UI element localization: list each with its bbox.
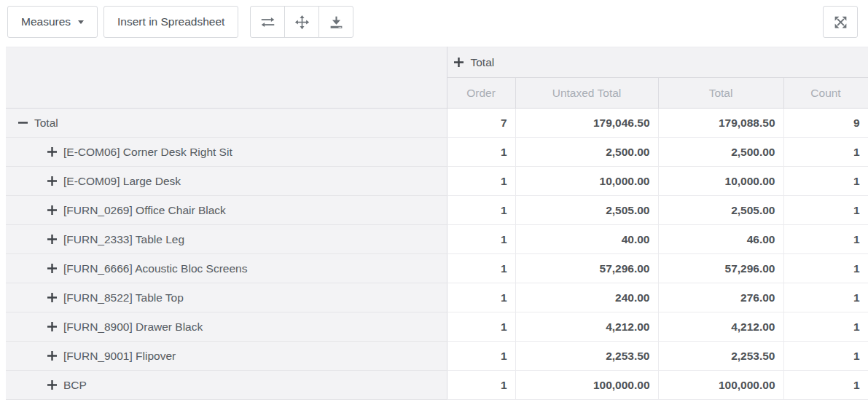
cell-count: 1	[783, 167, 868, 196]
plus-icon	[47, 176, 57, 186]
cell-untaxed-total: 240.00	[515, 283, 658, 312]
row-header-product[interactable]: [FURN_2333] Table Leg	[6, 225, 447, 254]
expand-all-button[interactable]	[284, 6, 319, 38]
column-group-header-total[interactable]: Total	[447, 47, 868, 78]
column-group-label: Total	[471, 56, 495, 68]
cell-untaxed-total: 4,212.00	[515, 312, 658, 342]
row-header-product[interactable]: [FURN_0269] Office Chair Black	[6, 196, 447, 225]
cell-untaxed-total: 40.00	[515, 225, 658, 254]
plus-icon	[454, 58, 464, 67]
row-label: [FURN_6666] Acoustic Bloc Screens	[63, 262, 247, 275]
column-header-untaxed-total[interactable]: Untaxed Total	[515, 78, 658, 109]
pivot-row: [E-COM06] Corner Desk Right Sit 1 2,500.…	[6, 138, 868, 167]
plus-icon	[47, 147, 57, 157]
cell-untaxed-total: 2,253.50	[515, 342, 658, 371]
row-label: BCP	[63, 379, 87, 391]
cell-count: 1	[783, 225, 868, 254]
row-label: [E-COM09] Large Desk	[63, 175, 181, 187]
row-label: [FURN_9001] Flipover	[63, 350, 176, 362]
insert-in-spreadsheet-button[interactable]: Insert in Spreadsheet	[103, 6, 238, 38]
cell-count: 1	[783, 371, 868, 400]
measures-button[interactable]: Measures	[7, 6, 98, 38]
column-header-total[interactable]: Total	[658, 78, 783, 109]
measures-button-label: Measures	[21, 15, 71, 28]
cell-total: 179,088.50	[658, 109, 783, 138]
caret-down-icon	[78, 20, 84, 24]
plus-icon	[47, 205, 57, 215]
cell-total: 100,000.00	[658, 371, 783, 400]
plus-icon	[47, 264, 57, 273]
pivot-row: [FURN_8900] Drawer Black 1 4,212.00 4,21…	[6, 312, 868, 342]
cell-order: 1	[447, 196, 515, 225]
pivot-row: [FURN_6666] Acoustic Bloc Screens 1 57,2…	[6, 254, 868, 283]
plus-icon	[47, 380, 57, 390]
row-header-product[interactable]: [E-COM06] Corner Desk Right Sit	[6, 138, 447, 167]
cell-order: 1	[447, 225, 515, 254]
cell-untaxed-total: 2,505.00	[515, 196, 658, 225]
cell-untaxed-total: 100,000.00	[515, 371, 658, 400]
cell-total: 2,253.50	[658, 342, 783, 371]
plus-icon	[47, 235, 57, 244]
cell-untaxed-total: 57,296.00	[515, 254, 658, 283]
cell-order: 1	[447, 342, 515, 371]
cell-count: 9	[783, 109, 868, 138]
cell-count: 1	[783, 312, 868, 342]
column-group-row: Total	[6, 47, 868, 78]
cell-count: 1	[783, 138, 868, 167]
cell-count: 1	[783, 254, 868, 283]
pivot-row: [FURN_0269] Office Chair Black 1 2,505.0…	[6, 196, 868, 225]
cell-order: 1	[447, 312, 515, 342]
row-header-product[interactable]: [E-COM09] Large Desk	[6, 167, 447, 196]
column-header-order[interactable]: Order	[447, 78, 515, 109]
insert-in-spreadsheet-label: Insert in Spreadsheet	[117, 15, 224, 28]
plus-icon	[47, 293, 57, 302]
exchange-icon	[260, 15, 275, 30]
pivot-table: Total Order Untaxed Total Total Count To…	[6, 47, 868, 400]
expand-arrows-icon	[833, 15, 848, 30]
minus-icon	[18, 118, 28, 127]
row-label: [FURN_0269] Office Chair Black	[63, 204, 226, 216]
plus-icon	[47, 351, 57, 361]
pivot-row: Total 7 179,046.50 179,088.50 9	[6, 109, 868, 138]
cell-untaxed-total: 10,000.00	[515, 167, 658, 196]
pivot-row: [FURN_9001] Flipover 1 2,253.50 2,253.50…	[6, 342, 868, 371]
column-header-count[interactable]: Count	[783, 78, 868, 109]
row-label: [FURN_2333] Table Leg	[63, 233, 184, 245]
cell-order: 1	[447, 254, 515, 283]
download-button[interactable]	[318, 6, 353, 38]
cell-total: 57,296.00	[658, 254, 783, 283]
cell-untaxed-total: 179,046.50	[515, 109, 658, 138]
cell-total: 2,500.00	[658, 138, 783, 167]
pivot-row: [FURN_2333] Table Leg 1 40.00 46.00 1	[6, 225, 868, 254]
row-label: Total	[34, 117, 58, 129]
row-header-product[interactable]: BCP	[6, 371, 447, 400]
cell-order: 1	[447, 167, 515, 196]
cell-order: 7	[447, 109, 515, 138]
flip-axes-button[interactable]	[250, 6, 285, 38]
row-label: [E-COM06] Corner Desk Right Sit	[63, 146, 232, 158]
row-header-product[interactable]: [FURN_8522] Table Top	[6, 283, 447, 312]
cell-count: 1	[783, 342, 868, 371]
cell-order: 1	[447, 138, 515, 167]
pivot-toolbar: Measures Insert in Spreadsheet	[0, 0, 868, 44]
plus-icon	[47, 322, 57, 331]
fullscreen-button[interactable]	[823, 6, 858, 38]
row-header-product[interactable]: [FURN_8900] Drawer Black	[6, 312, 447, 342]
arrows-move-icon	[294, 15, 310, 30]
corner-cell	[6, 47, 447, 109]
pivot-table-container: Total Order Untaxed Total Total Count To…	[6, 47, 868, 400]
cell-total: 10,000.00	[658, 167, 783, 196]
cell-count: 1	[783, 196, 868, 225]
pivot-row: [FURN_8522] Table Top 1 240.00 276.00 1	[6, 283, 868, 312]
cell-untaxed-total: 2,500.00	[515, 138, 658, 167]
row-label: [FURN_8522] Table Top	[63, 291, 184, 304]
download-icon	[329, 15, 344, 30]
row-label: [FURN_8900] Drawer Black	[63, 320, 203, 333]
pivot-row: BCP 1 100,000.00 100,000.00 1	[6, 371, 868, 400]
pivot-row: [E-COM09] Large Desk 1 10,000.00 10,000.…	[6, 167, 868, 196]
row-header-product[interactable]: [FURN_9001] Flipover	[6, 342, 447, 371]
pivot-action-group	[250, 6, 353, 38]
row-header-product[interactable]: [FURN_6666] Acoustic Bloc Screens	[6, 254, 447, 283]
cell-total: 4,212.00	[658, 312, 783, 342]
row-header-total[interactable]: Total	[6, 109, 447, 138]
